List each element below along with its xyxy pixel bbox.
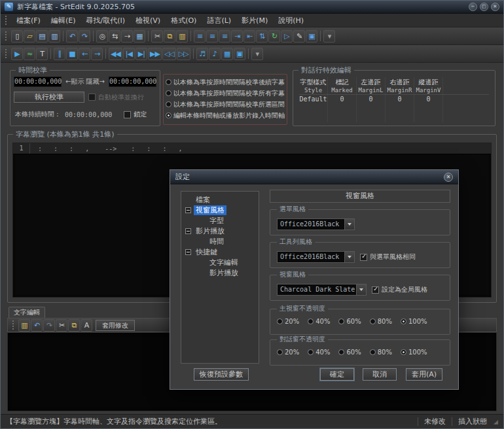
- copy-icon[interactable]: ⧉: [164, 30, 175, 43]
- tree-item-time[interactable]: 時間: [181, 236, 259, 247]
- dialog-opacity-80[interactable]: 80%: [370, 349, 392, 356]
- minimize-button[interactable]: −: [469, 3, 477, 11]
- tree-item-hotkey-video-play[interactable]: 影片播放: [181, 267, 259, 278]
- tree-item-label[interactable]: 檔案: [194, 195, 212, 205]
- subtitle-row[interactable]: 1 : : : , --> : : : ,: [13, 143, 491, 154]
- cut-icon[interactable]: ✂: [151, 30, 163, 43]
- dialog-close-button[interactable]: ✕: [444, 173, 453, 182]
- tree-item-label[interactable]: 影片播放: [194, 226, 226, 236]
- toolbar-grip[interactable]: [5, 16, 8, 25]
- toolbar-grip[interactable]: [12, 320, 15, 330]
- step-forward-icon[interactable]: →: [91, 48, 103, 60]
- dropdown-arrow-icon[interactable]: [345, 251, 355, 263]
- duration-value[interactable]: 00:00:00,000: [65, 111, 112, 118]
- tree-item-label[interactable]: 視窗風格: [194, 205, 226, 215]
- toolbar-icon[interactable]: [320, 31, 321, 41]
- toolbar-icon[interactable]: [148, 31, 149, 41]
- titlebar[interactable]: ✎ 新字幕檔案 - SrtEdit 9.0.2025.705 − □ ✕: [1, 1, 503, 14]
- text-edit-tab[interactable]: 文字編輯: [9, 307, 45, 318]
- copy-icon[interactable]: ⧉: [68, 319, 80, 332]
- tree-item-label[interactable]: 文字編輯: [207, 258, 240, 267]
- align-center-icon[interactable]: ≡: [206, 30, 218, 43]
- toolbar-style-dropdown[interactable]: Office2016Black: [277, 251, 355, 263]
- video-window-icon[interactable]: ▦: [221, 48, 233, 60]
- indent-icon[interactable]: ⇥: [231, 30, 243, 43]
- close-button[interactable]: ✕: [491, 3, 499, 11]
- refresh-icon[interactable]: ↻: [268, 30, 280, 43]
- tree-item-label[interactable]: 快捷鍵: [194, 247, 219, 257]
- window-style-dropdown[interactable]: Charcoal Dark Slate: [277, 284, 367, 296]
- fx-cell[interactable]: 0: [414, 95, 443, 103]
- dialog-opacity-100[interactable]: 100%: [401, 349, 427, 356]
- same-as-menu-checkbox[interactable]: 與選單風格相同: [360, 252, 416, 262]
- pause-icon[interactable]: ∥: [54, 48, 65, 60]
- main-opacity-80[interactable]: 80%: [370, 318, 392, 325]
- toolbar-icon[interactable]: [63, 31, 63, 41]
- fx-cell[interactable]: Default: [299, 95, 328, 103]
- video-preview-icon[interactable]: ▦: [134, 30, 145, 43]
- toolbar-icon[interactable]: [248, 48, 249, 59]
- paste-text-icon[interactable]: ▥: [18, 319, 30, 332]
- redo-icon[interactable]: ↷: [79, 30, 90, 43]
- redo-icon[interactable]: ↷: [43, 319, 55, 332]
- tree-item-label[interactable]: 時間: [207, 237, 226, 247]
- save-as-icon[interactable]: ▥: [48, 30, 60, 43]
- menu-view[interactable]: 檢視(V): [130, 14, 166, 27]
- audio-icon[interactable]: ♪: [209, 48, 221, 60]
- align-right-icon[interactable]: ≡: [219, 30, 230, 43]
- toolbar-icon[interactable]: [190, 31, 191, 41]
- tree-item-window-style[interactable]: 視窗風格: [181, 205, 259, 215]
- main-opacity-60[interactable]: 60%: [338, 318, 361, 325]
- find-icon[interactable]: ◎: [96, 30, 108, 43]
- main-opacity-40[interactable]: 40%: [308, 318, 330, 325]
- format-icon[interactable]: A: [81, 319, 92, 332]
- tree-item-hotkey-text-edit[interactable]: 文字編輯: [181, 257, 259, 267]
- toolbar-grip[interactable]: [5, 31, 8, 41]
- stop-icon[interactable]: ■: [66, 48, 78, 60]
- dropdown-arrow-icon[interactable]: [345, 218, 355, 230]
- fx-cell[interactable]: 0: [328, 95, 357, 103]
- tree-item-hotkeys[interactable]: 快捷鍵: [181, 247, 259, 257]
- hide-time-field[interactable]: 00:00:00,000: [109, 77, 156, 87]
- tree-collapse-icon[interactable]: [185, 228, 191, 234]
- radio-calibrate-following[interactable]: 以本條為準按原時間間隔校準後續字幕: [166, 77, 287, 88]
- tree-item-video-playback[interactable]: 影片播放: [181, 226, 259, 236]
- align-left-icon[interactable]: ≡: [194, 30, 206, 43]
- save-icon[interactable]: ▤: [36, 30, 48, 43]
- edit-pencil-icon[interactable]: ✎: [293, 30, 305, 43]
- apply-changes-button[interactable]: 套用修改: [96, 320, 135, 331]
- toolbar-icon[interactable]: [93, 31, 94, 41]
- cut-icon[interactable]: ✂: [56, 319, 67, 332]
- toolbar-icon[interactable]: [50, 48, 51, 59]
- dialog-opacity-40[interactable]: 40%: [308, 349, 330, 356]
- text-tool-icon[interactable]: T: [36, 48, 48, 60]
- open-folder-icon[interactable]: ▱: [24, 30, 35, 43]
- dialog-opacity-60[interactable]: 60%: [338, 349, 361, 356]
- toolbar-grip[interactable]: [5, 49, 8, 58]
- toolbar-icon[interactable]: [193, 48, 194, 59]
- outdent-icon[interactable]: ⇤: [243, 30, 255, 43]
- rewind-icon[interactable]: ◁◁: [162, 48, 176, 60]
- replace-icon[interactable]: ⇆: [109, 30, 120, 43]
- next-subtitle-icon[interactable]: ▶|: [135, 48, 147, 60]
- menu-file[interactable]: 檔案(F): [11, 14, 46, 27]
- undo-icon[interactable]: ↶: [66, 30, 78, 43]
- set-global-style-checkbox[interactable]: 設定為全局風格: [372, 285, 427, 294]
- dropdown-arrow-icon[interactable]: [357, 284, 367, 296]
- step-back-icon[interactable]: ←: [79, 48, 90, 60]
- fx-cell[interactable]: 0: [386, 95, 414, 103]
- resize-grip-icon[interactable]: ◢: [494, 419, 498, 425]
- sort-icon[interactable]: ⇅: [256, 30, 268, 43]
- last-subtitle-icon[interactable]: ▶▶: [148, 48, 162, 60]
- prev-subtitle-icon[interactable]: |◀: [123, 48, 135, 60]
- tree-collapse-icon[interactable]: [185, 207, 191, 213]
- menu-style-dropdown[interactable]: Office2016Black: [277, 218, 355, 230]
- tree-item-font[interactable]: 字型: [181, 215, 259, 226]
- menu-edit[interactable]: 編輯(E): [46, 14, 81, 27]
- radio-calibrate-selection[interactable]: 以本條為準按原時間間隔校準所選區間: [166, 99, 287, 110]
- menu-format[interactable]: 格式(O): [166, 14, 202, 27]
- settings-dialog-titlebar[interactable]: 設定 ✕: [170, 170, 458, 184]
- fx-cell[interactable]: 0: [357, 95, 386, 103]
- toolbar-overflow-icon[interactable]: ▾: [251, 48, 263, 60]
- dialog-opacity-20[interactable]: 20%: [277, 349, 299, 356]
